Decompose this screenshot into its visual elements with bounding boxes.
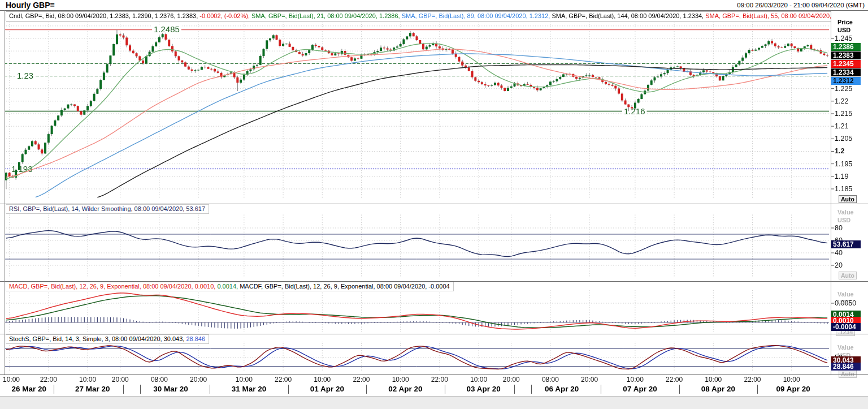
x-axis-day-separator bbox=[757, 385, 758, 394]
x-axis-day-separator bbox=[54, 385, 54, 394]
separator-macd-stoch[interactable] bbox=[0, 334, 868, 334]
macd-legend-segment: 0.0014, bbox=[217, 283, 240, 290]
price-axis-label: 1.195 bbox=[835, 160, 852, 168]
x-axis-date-label: 09 Apr 20 bbox=[776, 385, 810, 393]
x-axis-date-label: 07 Apr 20 bbox=[623, 385, 657, 393]
rsi-legend[interactable]: RSI, GBP=, Bid(Last), 14, Wilder Smoothi… bbox=[6, 204, 209, 214]
main-legend-segment: -0.0002, (-0.02%), bbox=[199, 12, 251, 19]
price-axis-label: 1.205 bbox=[835, 135, 852, 143]
separator-stoch-xaxis bbox=[0, 374, 868, 375]
rsi-value-badge: 53.617 bbox=[831, 240, 861, 248]
x-axis-date-label: 26 Mar 20 bbox=[11, 385, 46, 393]
price-axis-label: 1.21 bbox=[835, 122, 848, 130]
x-axis-time-label: 10:00 bbox=[627, 376, 644, 384]
x-axis-time-label: 08:00 bbox=[542, 376, 559, 384]
x-axis-day-separator bbox=[514, 385, 515, 394]
x-axis-date-label: 08 Apr 20 bbox=[701, 385, 735, 393]
x-axis-day-separator bbox=[288, 385, 289, 394]
x-axis-day-separator bbox=[366, 385, 367, 394]
macd-legend-segment: MACDF, GBP=, Bid(Last), 12, 26, 9, Expon… bbox=[240, 283, 449, 290]
x-axis-time-label: 22:00 bbox=[353, 376, 370, 384]
price-badge: 1.2334 bbox=[831, 68, 861, 76]
x-axis-time-label: 10:00 bbox=[79, 376, 96, 384]
bottom-strip bbox=[0, 396, 868, 409]
main-legend-segment: SMA, GBP=, Bid(Last), 55, 08:00 09/04/20… bbox=[705, 12, 831, 19]
separator-main-rsi[interactable] bbox=[0, 204, 868, 204]
x-axis-date-label: 06 Apr 20 bbox=[545, 385, 579, 393]
price-axis-label: 1.225 bbox=[835, 85, 852, 93]
x-axis-time-label: 10:00 bbox=[314, 376, 331, 384]
x-axis-time-label: 10:00 bbox=[705, 376, 722, 384]
price-badge: 1.2312 bbox=[831, 77, 861, 85]
x-axis-day-separator bbox=[140, 385, 141, 394]
stoch-auto-scale-button[interactable]: Auto bbox=[839, 370, 857, 378]
x-axis-time-label: 20:00 bbox=[581, 376, 598, 384]
price-badge: 1.2345 bbox=[831, 60, 861, 68]
x-axis-day-separator bbox=[123, 385, 124, 394]
x-axis-time-label: 22:00 bbox=[431, 376, 448, 384]
rsi-axis-title: Value USD bbox=[837, 208, 854, 224]
x-axis-time-label: 20:00 bbox=[112, 376, 129, 384]
x-axis-time-label: 08:00 bbox=[151, 376, 168, 384]
stoch-legend[interactable]: StochS, GBP=, Bid, 14, 3, Simple, 3, 08:… bbox=[6, 334, 209, 344]
x-axis-time-label: 22:00 bbox=[40, 376, 57, 384]
x-axis-time-label: 22:00 bbox=[275, 376, 292, 384]
x-axis-time-label: 10:00 bbox=[3, 376, 20, 384]
x-axis-day-separator bbox=[679, 385, 680, 394]
price-axis-label: 1.185 bbox=[835, 185, 852, 193]
x-axis-time-label: 10:00 bbox=[392, 376, 409, 384]
plot-left-border bbox=[5, 10, 5, 374]
x-axis-day-separator bbox=[445, 385, 445, 394]
x-axis-day-separator bbox=[531, 385, 532, 394]
x-axis-time-label: 10:00 bbox=[470, 376, 487, 384]
price-axis-label: 1.2 bbox=[835, 147, 844, 155]
x-axis-time-label: 10:00 bbox=[236, 376, 253, 384]
x-axis-time-label: 20:00 bbox=[190, 376, 207, 384]
rsi-legend-segment: RSI, GBP=, Bid(Last), 14, Wilder Smoothi… bbox=[9, 205, 205, 212]
x-axis-date-label: 27 Mar 20 bbox=[75, 385, 110, 393]
rsi-axis-label: 40 bbox=[835, 249, 843, 257]
x-axis-day-separator bbox=[601, 385, 601, 394]
main-legend-segment: SMA, GBP=, Bid(Last), 89, 08:00 09/04/20… bbox=[402, 12, 552, 19]
price-axis-label: 1.19 bbox=[835, 173, 848, 180]
price-axis-label: 1.22 bbox=[835, 97, 848, 105]
x-axis-day-separator bbox=[210, 385, 210, 394]
page-title: Hourly GBP= bbox=[6, 1, 55, 10]
chart-application: Hourly GBP= 09:00 26/03/2020 - 21:00 09/… bbox=[0, 0, 868, 409]
date-range-label: 09:00 26/03/2020 - 21:00 09/04/2020 (GMT… bbox=[737, 2, 865, 8]
stoch-legend-segment: StochS, GBP=, Bid, 14, 3, Simple, 3, 08:… bbox=[9, 335, 186, 342]
x-axis-date-label: 02 Apr 20 bbox=[388, 385, 422, 393]
main-legend-segment: SMA, GBP=, Bid(Last), 21, 08:00 09/04/20… bbox=[251, 12, 402, 19]
price-axis-label: 1.215 bbox=[835, 110, 852, 118]
x-axis-time-label: 10:00 bbox=[783, 376, 800, 384]
rsi-axis-label: 20 bbox=[835, 261, 843, 269]
x-axis-date-label: 31 Mar 20 bbox=[232, 385, 267, 393]
rsi-axis-label: 80 bbox=[835, 224, 843, 232]
top-bar: Hourly GBP= 09:00 26/03/2020 - 21:00 09/… bbox=[0, 0, 868, 10]
main-legend-segment: Cndl, GBP=, Bid, 08:00 09/04/2020, 1.238… bbox=[9, 12, 199, 19]
x-axis-date-label: 01 Apr 20 bbox=[310, 385, 344, 393]
macd-legend-segment: MACD, GBP=, Bid(Last), 12, 26, 9, Expone… bbox=[9, 283, 217, 290]
macd-legend[interactable]: MACD, GBP=, Bid(Last), 12, 26, 9, Expone… bbox=[6, 282, 454, 291]
main-legend[interactable]: Cndl, GBP=, Bid, 08:00 09/04/2020, 1.238… bbox=[6, 11, 831, 21]
price-badge: 1.2383 bbox=[831, 51, 861, 59]
price-badge: 1.2386 bbox=[831, 43, 861, 51]
macd-value-badge: -0.0004 bbox=[831, 323, 861, 331]
x-axis-time-label: 22:00 bbox=[744, 376, 761, 384]
stoch-legend-segment: 28.846 bbox=[186, 335, 205, 342]
axis-gutter-border bbox=[831, 10, 831, 374]
macd-axis-label: 0.0050 bbox=[835, 299, 856, 307]
main-legend-segment: SMA, GBP=, Bid(Last), 144, 08:00 09/04/2… bbox=[552, 12, 705, 19]
main-auto-scale-button[interactable]: Auto bbox=[839, 195, 857, 203]
separator-top bbox=[0, 10, 868, 11]
x-axis-time-label: 20:00 bbox=[503, 376, 520, 384]
x-axis-date-label: 03 Apr 20 bbox=[467, 385, 501, 393]
stoch-value-badge: 28.846 bbox=[831, 363, 861, 371]
x-axis-date-label: 30 Mar 20 bbox=[153, 385, 188, 393]
price-axis-label: 1.245 bbox=[835, 35, 852, 42]
price-axis-title: Price USD bbox=[837, 18, 853, 34]
separator-rsi-macd[interactable] bbox=[0, 281, 868, 282]
rsi-auto-scale-button[interactable]: Auto bbox=[839, 272, 857, 279]
x-axis-time-label: 22:00 bbox=[666, 376, 683, 384]
